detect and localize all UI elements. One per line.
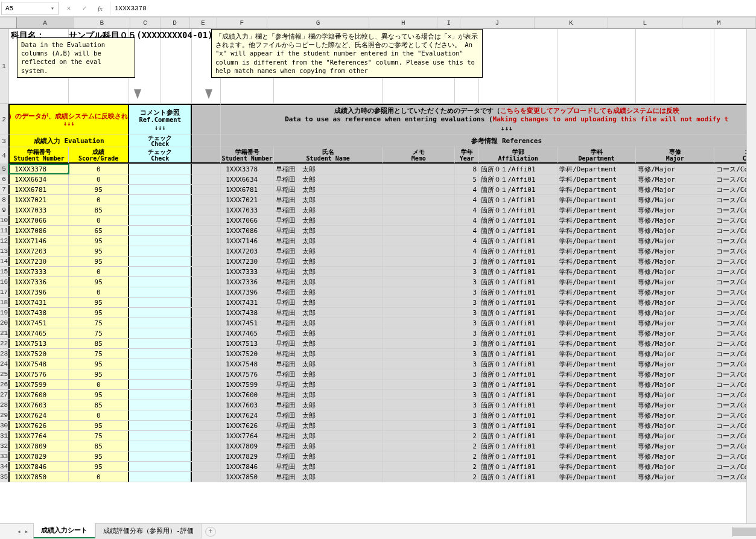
cell-student-number[interactable]: 1XXX7396 — [8, 287, 69, 297]
cell-memo[interactable] — [383, 451, 455, 461]
cancel-icon[interactable]: ✕ — [65, 4, 73, 12]
cell-blank[interactable] — [192, 451, 221, 461]
column-header-G[interactable]: G — [267, 18, 370, 28]
cell-score[interactable]: 75 — [69, 328, 129, 338]
cell-year[interactable]: 4 — [455, 215, 479, 225]
cell-memo[interactable] — [383, 369, 455, 379]
cell-affiliation[interactable]: 箇所０１/Affi01 — [479, 431, 557, 441]
cell-check[interactable] — [129, 308, 192, 317]
cell-affiliation[interactable]: 箇所０１/Affi01 — [479, 185, 557, 194]
cell-major[interactable]: 専修/Major — [636, 318, 714, 328]
cell-blank[interactable] — [192, 421, 221, 430]
cell-score[interactable]: 95 — [69, 185, 129, 194]
cell-student-name[interactable]: 早稲田 太郎 — [274, 328, 383, 338]
cell-score[interactable]: 95 — [69, 277, 129, 287]
cell-student-number[interactable]: 1XXX7146 — [8, 236, 69, 246]
cell-ref-student-number[interactable]: 1XXX7846 — [221, 462, 274, 471]
cell-year[interactable]: 3 — [455, 359, 479, 369]
cell-ref-student-number[interactable]: 1XXX7086 — [221, 226, 274, 235]
cell-memo[interactable] — [383, 226, 455, 235]
cell-student-number[interactable]: 1XXX7626 — [8, 421, 69, 430]
cell-memo[interactable] — [383, 185, 455, 194]
cell-check[interactable] — [129, 236, 192, 246]
row-header-4[interactable]: 4 — [0, 147, 8, 164]
cell-student-name[interactable]: 早稲田 太郎 — [274, 400, 383, 410]
cell-student-number[interactable]: 1XXX7451 — [8, 318, 69, 328]
cell-ref-student-number[interactable]: 1XXX7066 — [221, 215, 274, 225]
cell-ref-student-number[interactable]: 1XXX7626 — [221, 421, 274, 430]
cell-year[interactable]: 8 — [455, 164, 479, 174]
cell-check[interactable] — [129, 421, 192, 430]
cell-check[interactable] — [129, 287, 192, 297]
cell-student-name[interactable]: 早稲田 太郎 — [274, 226, 383, 235]
cell-memo[interactable] — [383, 277, 455, 287]
cell-student-number[interactable]: 1XXX7333 — [8, 267, 69, 276]
cell-score[interactable]: 95 — [69, 421, 129, 430]
cell-blank[interactable] — [192, 164, 221, 174]
cell-student-number[interactable]: 1XXX7465 — [8, 328, 69, 338]
cell-student-number[interactable]: 1XXX7513 — [8, 339, 69, 348]
cell-ref-student-number[interactable]: 1XXX7146 — [221, 236, 274, 246]
cell-year[interactable]: 4 — [455, 236, 479, 246]
cell-year[interactable]: 3 — [455, 380, 479, 389]
cell-student-number[interactable]: 1XXX7846 — [8, 462, 69, 471]
cell-student-number[interactable]: 1XXX7764 — [8, 431, 69, 441]
cell-year[interactable]: 3 — [455, 339, 479, 348]
cell-student-number[interactable]: 1XXX6634 — [8, 174, 69, 184]
cell-affiliation[interactable]: 箇所０１/Affi01 — [479, 287, 557, 297]
cell-major[interactable]: 専修/Major — [636, 421, 714, 430]
row-header-1[interactable]: 1 — [0, 29, 8, 104]
cell-department[interactable]: 学科/Department — [557, 236, 636, 246]
cell-student-number[interactable]: 1XXX7829 — [8, 451, 69, 461]
row-header-13[interactable]: 13 — [0, 246, 8, 257]
row-header-27[interactable]: 27 — [0, 390, 8, 400]
row-header-28[interactable]: 28 — [0, 400, 8, 410]
cell-student-name[interactable]: 早稲田 太郎 — [274, 410, 383, 420]
cell-department[interactable]: 学科/Department — [557, 339, 636, 348]
cell-blank[interactable] — [192, 369, 221, 379]
cell-department[interactable]: 学科/Department — [557, 226, 636, 235]
cell-department[interactable]: 学科/Department — [557, 421, 636, 430]
cell-affiliation[interactable]: 箇所０１/Affi01 — [479, 400, 557, 410]
cell-student-number[interactable]: 1XXX7599 — [8, 380, 69, 389]
cell-student-number[interactable]: 1XXX7624 — [8, 410, 69, 420]
cell-memo[interactable] — [383, 328, 455, 338]
cell-student-number[interactable]: 1XXX7576 — [8, 369, 69, 379]
cell-ref-student-number[interactable]: 1XXX7336 — [221, 277, 274, 287]
cell-student-name[interactable]: 早稲田 太郎 — [274, 287, 383, 297]
cell-student-name[interactable]: 早稲田 太郎 — [274, 390, 383, 400]
cell-affiliation[interactable]: 箇所０１/Affi01 — [479, 226, 557, 235]
row-header-19[interactable]: 19 — [0, 308, 8, 318]
cell-student-name[interactable]: 早稲田 太郎 — [274, 359, 383, 369]
row-header-2[interactable]: 2 — [0, 104, 8, 135]
row-header-35[interactable]: 35 — [0, 472, 8, 482]
cell-check[interactable] — [129, 257, 192, 266]
cell-department[interactable]: 学科/Department — [557, 390, 636, 400]
cell-student-name[interactable]: 早稲田 太郎 — [274, 185, 383, 194]
cell-student-number[interactable]: 1XXX7520 — [8, 349, 69, 359]
cell-major[interactable]: 専修/Major — [636, 390, 714, 400]
cell-L1[interactable] — [636, 29, 714, 103]
cell-ref-student-number[interactable]: 1XXX7603 — [221, 400, 274, 410]
cell-score[interactable]: 95 — [69, 451, 129, 461]
row-header-14[interactable]: 14 — [0, 257, 8, 267]
cell-major[interactable]: 専修/Major — [636, 431, 714, 441]
cell-blank[interactable] — [192, 431, 221, 441]
row-header-22[interactable]: 22 — [0, 339, 8, 349]
cell-blank[interactable] — [192, 205, 221, 215]
cell-major[interactable]: 専修/Major — [636, 164, 714, 174]
cell-student-number[interactable]: 1XXX7850 — [8, 472, 69, 482]
cell-year[interactable]: 2 — [455, 431, 479, 441]
sheet-tab-inactive[interactable]: 成績評価分布（参照用）-評価 — [95, 524, 202, 538]
cell-student-name[interactable]: 早稲田 太郎 — [274, 195, 383, 205]
row-header-33[interactable]: 33 — [0, 451, 8, 462]
select-all-corner[interactable] — [0, 17, 17, 29]
cell-year[interactable]: 3 — [455, 369, 479, 379]
cell-student-name[interactable]: 早稲田 太郎 — [274, 421, 383, 430]
cell-score[interactable]: 95 — [69, 462, 129, 471]
cell-student-name[interactable]: 早稲田 太郎 — [274, 246, 383, 256]
cell-major[interactable]: 専修/Major — [636, 400, 714, 410]
cell-ref-student-number[interactable]: 1XXX7465 — [221, 328, 274, 338]
cell-check[interactable] — [129, 369, 192, 379]
sheet-tab-active[interactable]: 成績入力シート — [33, 523, 95, 538]
